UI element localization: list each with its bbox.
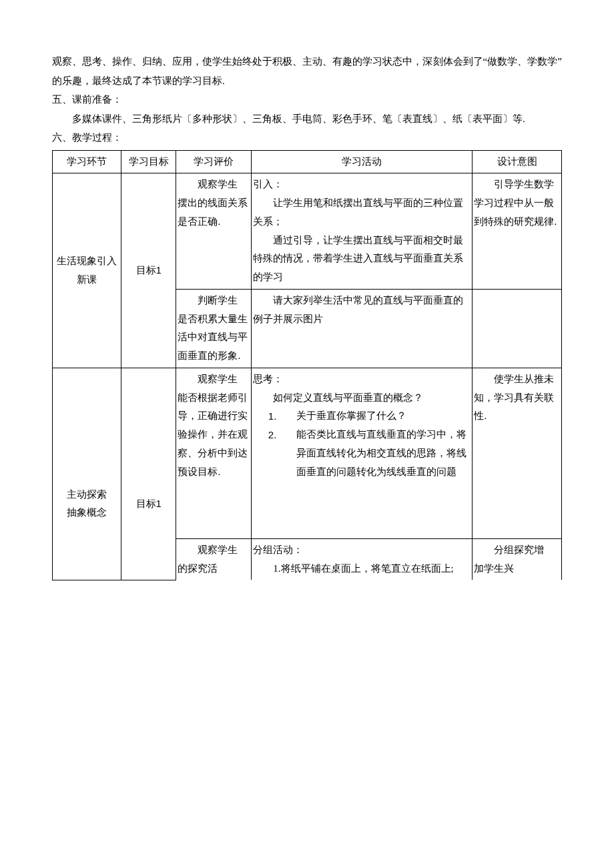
eval-rest: 是否积累大量生活中对直线与平面垂直的形象. bbox=[178, 314, 248, 362]
cell-intent: 使学生从推未知，学习具有关联性. bbox=[473, 368, 562, 538]
cell-goal: 目标1 bbox=[121, 368, 176, 580]
intent-para: 引导学生数学学习过程中从一般到特殊的研究规律. bbox=[474, 175, 560, 231]
eval-first: 观察学生 bbox=[178, 541, 250, 560]
cell-intent: 分组探究增加学生兴 bbox=[473, 538, 562, 580]
eval-rest: 能否根据老师引导，正确进行实验操作，并在观察、分析中到达预设目标. bbox=[178, 392, 248, 477]
cell-intent bbox=[473, 289, 562, 368]
table-row: 生活现象引入 新课 目标1 观察学生摆出的线面关系是否正确. 引入： 让学生用笔… bbox=[53, 173, 562, 290]
phase-line2: 抽象概念 bbox=[67, 507, 107, 518]
cell-activity: 分组活动： 1.将纸平铺在桌面上，将笔直立在纸面上; bbox=[252, 538, 473, 580]
goal-text: 目标1 bbox=[136, 498, 162, 509]
eval-first: 观察学生 bbox=[178, 370, 250, 389]
activity-para: 1.将纸平铺在桌面上，将笔直立在纸面上; bbox=[253, 560, 471, 578]
activity-para: 通过引导，让学生摆出直线与平面相交时最特殊的情况，带着学生进入直线与平面垂直关系… bbox=[253, 232, 471, 287]
cell-eval: 观察学生的探究活 bbox=[176, 538, 252, 580]
activity-lead: 思考： bbox=[253, 370, 471, 389]
intent-para: 使学生从推未知，学习具有关联性. bbox=[474, 370, 560, 426]
li-text: 能否类比直线与直线垂直的学习中，将异面直线转化为相交直线的思路，将线面垂直的问题… bbox=[296, 429, 467, 477]
cell-goal: 目标1 bbox=[121, 173, 176, 368]
intent-para: 分组探究增 bbox=[474, 541, 560, 560]
heading-preparation: 五、课前准备： bbox=[52, 90, 562, 109]
cell-activity: 思考： 如何定义直线与平面垂直的概念？ 1.关于垂直你掌握了什么？ 2.能否类比… bbox=[252, 368, 473, 538]
th-intent: 设计意图 bbox=[473, 150, 562, 173]
phase-line2: 新课 bbox=[77, 274, 97, 285]
intent-para: 加学生兴 bbox=[474, 563, 514, 574]
heading-process: 六、教学过程： bbox=[52, 128, 562, 147]
activity-para: 请大家列举生活中常见的直线与平面垂直的例子并展示图片 bbox=[253, 292, 471, 329]
cell-phase: 主动探索 抽象概念 bbox=[53, 368, 121, 580]
goal-text: 目标1 bbox=[136, 265, 162, 276]
th-goal: 学习目标 bbox=[121, 150, 176, 173]
cell-activity: 请大家列举生活中常见的直线与平面垂直的例子并展示图片 bbox=[252, 289, 473, 368]
th-phase: 学习环节 bbox=[53, 150, 121, 173]
preparation-text: 多媒体课件、三角形纸片〔多种形状〕、三角板、手电筒、彩色手环、笔〔表直线〕、纸〔… bbox=[52, 109, 562, 129]
phase-line1: 主动探索 bbox=[67, 489, 107, 500]
body-para: 观察、思考、操作、归纳、应用，使学生始终处于积极、主动、有趣的学习状态中，深刻体… bbox=[52, 52, 562, 90]
th-activity: 学习活动 bbox=[252, 150, 473, 173]
eval-first: 判断学生 bbox=[178, 292, 250, 310]
eval-rest: 的探究活 bbox=[178, 563, 218, 574]
activity-para: 如何定义直线与平面垂直的概念？ bbox=[253, 389, 471, 408]
teaching-process-table: 学习环节 学习目标 学习评价 学习活动 设计意图 生活现象引入 新课 目标1 观… bbox=[52, 150, 562, 580]
th-eval: 学习评价 bbox=[176, 150, 252, 173]
list-item: 1.关于垂直你掌握了什么？ bbox=[268, 407, 471, 426]
table-row: 主动探索 抽象概念 目标1 观察学生能否根据老师引导，正确进行实验操作，并在观察… bbox=[53, 368, 562, 538]
li-num: 2. bbox=[268, 426, 277, 444]
activity-para: 让学生用笔和纸摆出直线与平面的三种位置关系； bbox=[253, 194, 471, 232]
list-item: 2.能否类比直线与直线垂直的学习中，将异面直线转化为相交直线的思路，将线面垂直的… bbox=[268, 426, 471, 481]
cell-intent: 引导学生数学学习过程中从一般到特殊的研究规律. bbox=[473, 173, 562, 290]
li-text: 关于垂直你掌握了什么？ bbox=[296, 410, 406, 421]
cell-eval: 判断学生是否积累大量生活中对直线与平面垂直的形象. bbox=[176, 289, 252, 368]
cell-eval: 观察学生能否根据老师引导，正确进行实验操作，并在观察、分析中到达预设目标. bbox=[176, 368, 252, 538]
phase-line1: 生活现象引入 bbox=[57, 256, 117, 266]
activity-lead: 引入： bbox=[253, 175, 471, 194]
cell-activity: 引入： 让学生用笔和纸摆出直线与平面的三种位置关系； 通过引导，让学生摆出直线与… bbox=[252, 173, 473, 290]
think-list: 1.关于垂直你掌握了什么？ 2.能否类比直线与直线垂直的学习中，将异面直线转化为… bbox=[253, 407, 471, 481]
table-header-row: 学习环节 学习目标 学习评价 学习活动 设计意图 bbox=[53, 150, 562, 173]
activity-lead: 分组活动： bbox=[253, 541, 471, 560]
eval-first: 观察学生 bbox=[178, 175, 250, 194]
li-num: 1. bbox=[268, 407, 277, 426]
cell-eval: 观察学生摆出的线面关系是否正确. bbox=[176, 173, 252, 290]
eval-rest: 摆出的线面关系是否正确. bbox=[178, 197, 248, 227]
cell-phase: 生活现象引入 新课 bbox=[53, 173, 121, 368]
